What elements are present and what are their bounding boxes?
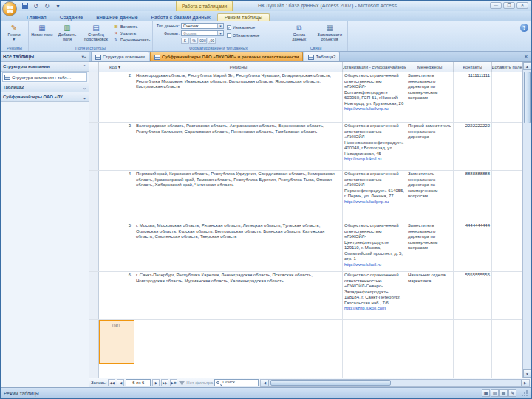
nav-group-subfranchisees[interactable]: Субфранчайзеры ОАО «ЛУ… ⌄ [1,92,89,102]
tab-home[interactable]: Главная [20,14,53,21]
new-field-button[interactable]: ▦ Новое поле [30,22,54,37]
cell-manager[interactable]: Заместитель генерального директора по ко… [406,171,454,222]
vertical-scroll-thumb[interactable] [524,72,531,123]
thousands-button[interactable]: 000 [199,38,207,44]
column-header-add-field[interactable]: Добавить поле [492,62,522,72]
nav-group-table2[interactable]: Таблица2 ⌄ [1,83,89,92]
scroll-right-icon[interactable]: ▶ [521,380,529,386]
cell-code[interactable]: 4 [99,171,134,222]
cell-organization[interactable]: Общество с ограниченной ответственностью… [343,272,406,319]
horizontal-scroll-thumb[interactable] [270,380,391,386]
cell-regions[interactable]: г. Санкт-Петербург, Республика Карелия, … [134,272,343,319]
record-selector[interactable] [89,222,99,271]
last-record-button[interactable]: ▶▶ [161,379,168,386]
cell-organization[interactable]: Общество с ограниченной ответственностью… [343,171,406,222]
unique-checkbox[interactable]: ✓ Уникальное [227,24,259,30]
cell-contact[interactable]: 8888888888 [454,171,492,222]
cell-regions[interactable]: г. Москва, Московская область, Рязанская… [134,222,343,271]
required-checkbox[interactable]: Обязательное [227,32,259,38]
first-record-button[interactable]: ◀◀ [108,379,115,386]
datasheet-view-button[interactable]: ▦ [482,389,490,397]
qat-customize-button[interactable]: ▾ [53,2,63,10]
lookup-column-button[interactable]: ▤ Столбец подстановок [81,22,112,41]
cell-organization[interactable]: Общество с ограниченной ответственностью… [343,72,406,122]
cell-regions[interactable] [134,320,343,364]
cell-add-field[interactable] [492,123,522,170]
percent-button[interactable]: % [190,38,198,44]
resize-grip[interactable] [521,389,528,397]
cell-add-field[interactable] [492,72,522,122]
add-fields-button[interactable]: ▥ Добавить поля [55,22,79,41]
search-input[interactable]: Поиск [214,379,259,386]
object-dependencies-button[interactable]: ▦ Зависимости объектов [314,22,346,41]
cell-manager[interactable] [406,320,454,364]
chevron-down-icon[interactable]: ▾ [217,31,223,35]
insert-rows-button[interactable]: ⊞Вставить [113,24,150,30]
restore-button[interactable]: ❐ [503,2,515,9]
record-selector[interactable] [89,72,99,122]
help-button[interactable]: ? [520,24,528,32]
tab-datasheet[interactable]: Режим таблицы [217,13,270,21]
shutter-collapse-icon[interactable]: « [84,55,86,59]
cell-contact[interactable] [454,320,492,364]
scroll-down-icon[interactable]: ▼ [523,369,531,378]
record-selector[interactable] [89,272,99,319]
format-combo[interactable]: Формат ▾ [181,30,224,36]
cell-contact[interactable]: 5555555555 [454,272,492,319]
chevron-down-icon[interactable]: ▾ [217,24,223,28]
cell-regions[interactable]: Нижегородская область, Республика Марий … [134,72,343,122]
cell-organization[interactable] [343,320,406,364]
tab-create[interactable]: Создание [53,14,90,21]
doc-tab-company-structure[interactable]: Структура компании [91,52,149,61]
nav-group-company-structures[interactable]: Структуры компании ⌃ [1,62,89,72]
scroll-left-icon[interactable]: ◀ [261,380,269,386]
currency-button[interactable]: $ [181,38,189,44]
save-button[interactable] [20,2,30,10]
cell-contact[interactable]: 2222222222 [454,123,492,170]
undo-button[interactable]: ↺ [31,2,41,10]
rename-button[interactable]: ✎Переименовать [113,37,150,43]
cell-add-field[interactable] [492,171,522,222]
organization-url[interactable]: http://www.lukoilvnp.ru [344,106,404,112]
cell-manager[interactable]: Первый заместитель генерального директор… [406,123,454,170]
cell-regions[interactable]: Волгоградская область, Ростовская област… [134,123,343,170]
cell-code[interactable]: 3 [99,123,134,170]
delete-rows-button[interactable]: ✕Удалить [113,30,150,36]
minimize-button[interactable]: — [490,2,502,9]
cell-code[interactable]: 2 [99,72,134,122]
cell-code[interactable]: 6 [99,272,134,319]
cell-manager[interactable]: Заместитель генерального директора по ко… [406,72,454,122]
pivotchart-view-button[interactable]: ▤ [499,389,508,397]
column-header-managers[interactable]: Менеджеры [406,62,454,72]
cell-add-field[interactable] [492,222,522,271]
column-header-contacts[interactable]: Контакты [454,62,492,72]
cell-contact[interactable]: 1111111111 [454,72,492,122]
cell-code[interactable]: 5 [99,222,134,271]
office-button[interactable] [2,1,17,16]
cell-organization[interactable]: Общество с ограниченной ответственностью… [343,123,406,170]
record-position-box[interactable]: 6 из 6 [126,379,151,386]
vertical-scrollbar[interactable]: ▲ ▼ [522,62,531,378]
relationships-button[interactable]: ⧉ Схема данных [286,22,313,41]
column-header-code[interactable]: Код▾ [99,62,134,72]
nav-pane-header[interactable]: Все таблицы ▾ « [1,52,89,62]
data-type-combo[interactable]: Счетчик ▾ [181,23,224,29]
cell-add-field[interactable] [492,272,522,319]
close-button[interactable]: ✕ [516,2,528,9]
new-record-button[interactable]: ▶✱ [170,379,177,386]
column-header-regions[interactable]: Регионы [134,62,343,72]
cell-add-field[interactable] [492,320,522,364]
horizontal-scrollbar[interactable]: ◀ ▶ [260,379,530,387]
filter-status[interactable]: Нет фильтра [186,381,213,385]
tab-external-data[interactable]: Внешние данные [89,14,144,21]
column-header-organizations[interactable]: Организации - субфранчайзеры [343,62,406,72]
scroll-up-icon[interactable]: ▲ [523,62,531,70]
nav-item-company-structure-table[interactable]: Структура компании : табл… [2,72,87,82]
organization-url[interactable]: http://www.lukoil.ru [344,262,404,268]
organization-url[interactable]: http://nvnp.lukoil.ru [344,157,404,163]
design-view-button[interactable]: ✎ [508,389,516,397]
new-record-code-cell[interactable]: (№) [99,320,134,364]
previous-record-button[interactable]: ◀ [117,379,124,386]
redo-button[interactable]: ↻ [42,2,52,10]
organization-url[interactable]: http://sznp.lukoil.com [344,306,404,312]
